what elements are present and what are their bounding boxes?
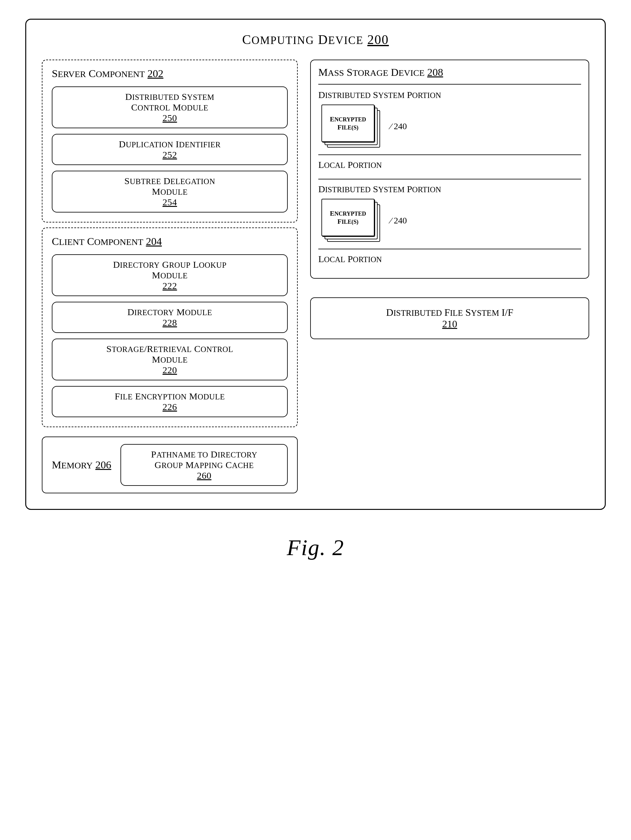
local-section-1: LOCAL PORTION xyxy=(318,155,581,179)
client-label-text: CLIENT COMPONENT xyxy=(52,235,146,247)
local-label-1: LOCAL PORTION xyxy=(318,159,581,170)
dist-file-num: 210 xyxy=(442,318,457,330)
files-num-arrow-2: ∕ 240 xyxy=(390,216,407,226)
local-label-2: LOCAL PORTION xyxy=(318,254,581,264)
distributed-label-1: DISTRIBUTED SYSTEM PORTION xyxy=(318,90,581,100)
right-column: MASS STORAGE DEVICE 208 DISTRIBUTED SYST… xyxy=(310,60,589,339)
module-src: STORAGE/RETRIEVAL CONTROLMODULE 220 xyxy=(52,339,288,381)
dist-file-system: DISTRIBUTED FILE SYSTEM I/F 210 xyxy=(310,297,589,339)
module-dglm: DIRECTORY GROUP LOOKUPMODULE 222 xyxy=(52,254,288,296)
files-num-arrow-1: ∕ 240 xyxy=(390,122,407,131)
distributed-section-1: DISTRIBUTED SYSTEM PORTION ENCRYPTEDFILE… xyxy=(318,84,581,155)
page-container: COMPUTING DEVICE 200 SERVER COMPONENT 20… xyxy=(25,19,606,510)
main-layout: SERVER COMPONENT 202 DISTRIBUTED SYSTEMC… xyxy=(42,60,589,493)
stacked-pages-1: ENCRYPTEDFILE(S) xyxy=(321,104,384,148)
module-subtree-name: SUBTREE DELEGATIONMODULE xyxy=(59,176,281,197)
memory-component: MEMORY 206 PATHNAME TO DIRECTORYGROUP MA… xyxy=(42,437,298,493)
module-dscm: DISTRIBUTED SYSTEMCONTROL MODULE 250 xyxy=(52,87,288,128)
module-pathname-cache-num: 260 xyxy=(127,470,281,481)
stacked-pages-container-1: ENCRYPTEDFILE(S) ∕ 240 xyxy=(321,104,578,148)
server-label-text: SERVER COMPONENT xyxy=(52,68,148,79)
module-dglm-num: 222 xyxy=(59,281,281,291)
mass-storage-num: 208 xyxy=(427,66,443,78)
module-dir: DIRECTORY MODULE 228 xyxy=(52,302,288,333)
stacked-pages-container-2: ENCRYPTEDFILE(S) ∕ 240 xyxy=(321,199,578,242)
module-dup-id-name: DUPLICATION IDENTIFIER xyxy=(59,139,281,150)
server-component-label: SERVER COMPONENT 202 xyxy=(52,68,288,80)
server-num: 202 xyxy=(148,68,163,79)
module-subtree-num: 254 xyxy=(59,197,281,207)
distributed-section-2: DISTRIBUTED SYSTEM PORTION ENCRYPTEDFILE… xyxy=(318,179,581,249)
memory-num: 206 xyxy=(95,459,111,471)
computing-device-label: COMPUTING DEVICE xyxy=(242,32,367,47)
module-dir-num: 228 xyxy=(59,317,281,328)
server-component: SERVER COMPONENT 202 DISTRIBUTED SYSTEMC… xyxy=(42,60,298,223)
mass-storage-device: MASS STORAGE DEVICE 208 DISTRIBUTED SYST… xyxy=(310,60,589,279)
page-sheet-2d: ENCRYPTEDFILE(S) xyxy=(321,199,375,236)
distributed-label-2: DISTRIBUTED SYSTEM PORTION xyxy=(318,184,581,194)
encrypted-label-1: ENCRYPTEDFILE(S) xyxy=(327,112,369,134)
module-dir-name: DIRECTORY MODULE xyxy=(59,307,281,317)
module-src-num: 220 xyxy=(59,365,281,375)
mass-storage-title: MASS STORAGE DEVICE 208 xyxy=(318,66,581,78)
figure-label: Fig. 2 xyxy=(287,535,344,561)
module-pathname-cache-name: PATHNAME TO DIRECTORYGROUP MAPPING CACHE xyxy=(127,449,281,470)
module-dglm-name: DIRECTORY GROUP LOOKUPMODULE xyxy=(59,259,281,281)
stacked-pages-2: ENCRYPTEDFILE(S) xyxy=(321,199,384,242)
computing-device-num: 200 xyxy=(367,32,389,47)
dist-file-title: DISTRIBUTED FILE SYSTEM I/F 210 xyxy=(317,307,582,330)
encrypted-label-2: ENCRYPTEDFILE(S) xyxy=(327,206,369,229)
memory-label: MEMORY 206 xyxy=(52,459,111,471)
module-dscm-name: DISTRIBUTED SYSTEMCONTROL MODULE xyxy=(59,92,281,113)
module-src-name: STORAGE/RETRIEVAL CONTROLMODULE xyxy=(59,344,281,365)
module-fenc-num: 226 xyxy=(59,402,281,412)
client-component-label: CLIENT COMPONENT 204 xyxy=(52,235,288,248)
left-column: SERVER COMPONENT 202 DISTRIBUTED SYSTEMC… xyxy=(42,60,298,493)
files-num-label-2: ∕ 240 xyxy=(390,216,407,226)
client-component: CLIENT COMPONENT 204 DIRECTORY GROUP LOO… xyxy=(42,227,298,427)
local-section-2: LOCAL PORTION xyxy=(318,249,581,270)
module-dup-id: DUPLICATION IDENTIFIER 252 xyxy=(52,134,288,165)
module-fenc: FILE ENCRYPTION MODULE 226 xyxy=(52,386,288,417)
figure-text: Fig. 2 xyxy=(287,535,344,560)
module-fenc-name: FILE ENCRYPTION MODULE xyxy=(59,391,281,402)
page-sheet-1d: ENCRYPTEDFILE(S) xyxy=(321,104,375,142)
client-num: 204 xyxy=(146,235,162,247)
module-pathname-cache: PATHNAME TO DIRECTORYGROUP MAPPING CACHE… xyxy=(120,444,288,486)
module-dup-id-num: 252 xyxy=(59,150,281,160)
computing-device-title: COMPUTING DEVICE 200 xyxy=(42,32,589,47)
module-subtree: SUBTREE DELEGATIONMODULE 254 xyxy=(52,171,288,213)
module-dscm-num: 250 xyxy=(59,113,281,123)
files-num-label-1: ∕ 240 xyxy=(390,122,407,131)
